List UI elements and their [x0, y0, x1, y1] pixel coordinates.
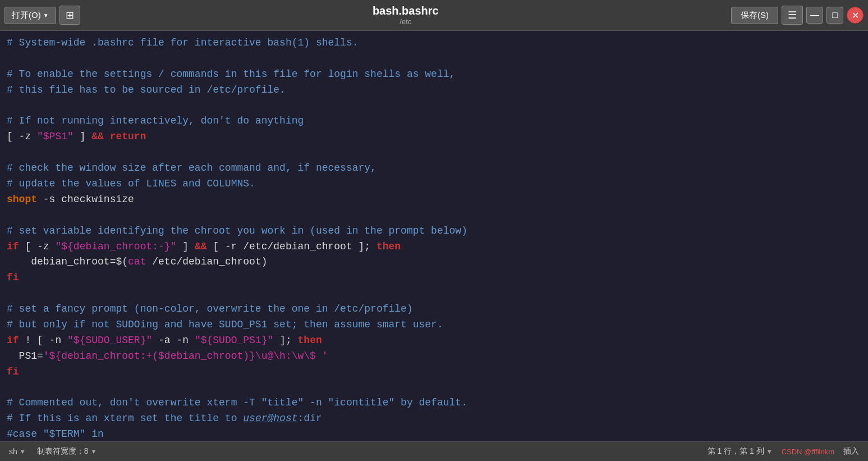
- position-selector[interactable]: 第 1 行，第 1 列 ▼: [708, 446, 773, 457]
- editor-line: [ -z "$PS1" ] && return: [7, 129, 861, 145]
- close-button[interactable]: ✕: [847, 7, 864, 24]
- open-arrow: ▼: [43, 12, 49, 19]
- editor-line: # set a fancy prompt (non-color, overwri…: [7, 302, 861, 317]
- editor-line: [7, 208, 861, 223]
- editor-line: [7, 98, 861, 114]
- title-filename: bash.bashrc: [80, 4, 731, 17]
- editor-line: [7, 380, 861, 396]
- editor-line: if ! [ -n "${SUDO_USER}" -a -n "${SUDO_P…: [7, 333, 861, 349]
- editor-line: debian_chroot=$(cat /etc/debian_chroot): [7, 254, 861, 270]
- editor-line: # If not running interactively, don't do…: [7, 113, 861, 129]
- tab-selector[interactable]: 制表符宽度：8 ▼: [37, 446, 97, 457]
- statusbar-right: 第 1 行，第 1 列 ▼ CSDN @fffilnkm 插入: [708, 446, 859, 457]
- position-label: 第 1 行，第 1 列: [708, 446, 764, 457]
- editor-line: # System-wide .bashrc file for interacti…: [7, 35, 861, 51]
- editor-line: # check the window size after each comma…: [7, 161, 861, 176]
- hamburger-button[interactable]: ☰: [782, 6, 803, 25]
- icon-button[interactable]: ⊞: [59, 6, 80, 25]
- titlebar: 打开(O) ▼ ⊞ bash.bashrc /etc 保存(S) ☰ — □ ✕: [0, 0, 868, 31]
- editor-area[interactable]: # System-wide .bashrc file for interacti…: [0, 31, 868, 441]
- editor-line: fi: [7, 270, 861, 286]
- editor-line: # To enable the settings / commands in t…: [7, 67, 861, 83]
- editor-line: # this file has to be sourced in /etc/pr…: [7, 83, 861, 98]
- csdn-badge: CSDN @fffilnkm: [782, 448, 834, 456]
- tab-label: 制表符宽度：8: [37, 446, 89, 457]
- maximize-icon: □: [832, 10, 838, 20]
- editor-line: # Commented out, don't overwrite xterm -…: [7, 395, 861, 411]
- editor-line: # set variable identifying the chroot yo…: [7, 223, 861, 239]
- editor-line: PS1='${debian_chroot:+($debian_chroot)}\…: [7, 349, 861, 364]
- statusbar: sh ▼ 制表符宽度：8 ▼ 第 1 行，第 1 列 ▼ CSDN @fffil…: [0, 441, 868, 461]
- open-button[interactable]: 打开(O) ▼: [4, 7, 56, 24]
- editor-line: # update the values of LINES and COLUMNS…: [7, 176, 861, 192]
- open-label: 打开(O): [12, 10, 41, 21]
- shell-selector[interactable]: sh ▼: [9, 447, 26, 456]
- editor-line: [7, 286, 861, 302]
- title-path: /etc: [80, 17, 731, 26]
- shell-label: sh: [9, 447, 17, 456]
- editor-line: [7, 145, 861, 161]
- tab-arrow: ▼: [90, 448, 97, 455]
- editor-line: # If this is an xterm set the title to u…: [7, 411, 861, 427]
- insert-label: 插入: [843, 446, 859, 457]
- minimize-button[interactable]: —: [806, 7, 823, 24]
- minimize-icon: —: [810, 10, 819, 20]
- editor-line: shopt -s checkwinsize: [7, 192, 861, 208]
- position-arrow: ▼: [766, 448, 773, 455]
- close-icon: ✕: [852, 10, 859, 21]
- titlebar-center: bash.bashrc /etc: [80, 4, 731, 26]
- editor-line: fi: [7, 364, 861, 380]
- editor-line: if [ -z "${debian_chroot:-}" ] && [ -r /…: [7, 239, 861, 255]
- titlebar-left: 打开(O) ▼ ⊞: [4, 6, 80, 25]
- titlebar-right: 保存(S) ☰ — □ ✕: [731, 6, 864, 25]
- maximize-button[interactable]: □: [826, 7, 843, 24]
- save-button[interactable]: 保存(S): [731, 7, 778, 24]
- editor-line: #case "$TERM" in: [7, 427, 861, 441]
- shell-arrow: ▼: [20, 448, 26, 455]
- editor-line: # but only if not SUDOing and have SUDO_…: [7, 317, 861, 333]
- editor-line: [7, 51, 861, 67]
